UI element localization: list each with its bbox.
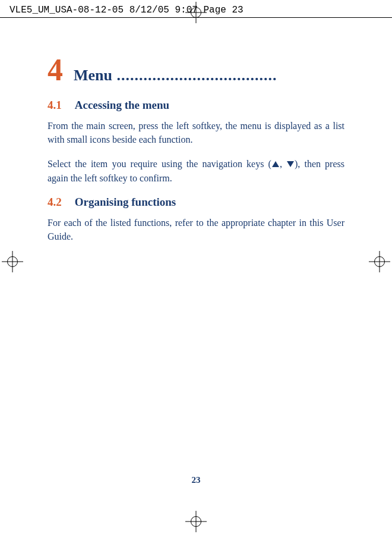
text-before-icons: Select the item you require using the na… — [48, 159, 271, 169]
icon-separator: , — [280, 159, 286, 169]
body-paragraph-with-icons: Select the item you require using the na… — [48, 157, 344, 184]
registration-mark-bottom — [185, 511, 207, 532]
down-arrow-icon — [287, 161, 294, 167]
chapter-title: Menu ...................................… — [74, 67, 344, 84]
registration-mark-right — [369, 251, 390, 272]
page-number: 23 — [192, 475, 201, 485]
chapter-heading: 4 Menu .................................… — [48, 55, 344, 86]
page-content: 4 Menu .................................… — [0, 18, 392, 243]
section-number: 4.1 — [48, 99, 62, 112]
section-heading-4-2: 4.2 Organising functions — [48, 196, 344, 209]
section-title: Accessing the menu — [75, 99, 169, 112]
registration-mark-top — [185, 2, 207, 23]
section-number: 4.2 — [48, 196, 62, 209]
section-title: Organising functions — [75, 196, 176, 209]
chapter-dots: .................................... — [112, 67, 277, 84]
body-paragraph: From the main screen, press the left sof… — [48, 119, 344, 146]
chapter-title-text: Menu — [74, 67, 112, 84]
body-paragraph: For each of the listed functions, refer … — [48, 216, 344, 243]
chapter-number: 4 — [48, 55, 63, 86]
header-text: VLE5_UM_USA-08-12-05 8/12/05 9:07 Page 2… — [10, 5, 244, 15]
registration-mark-left — [2, 251, 23, 272]
up-arrow-icon — [272, 161, 279, 167]
section-heading-4-1: 4.1 Accessing the menu — [48, 99, 344, 112]
